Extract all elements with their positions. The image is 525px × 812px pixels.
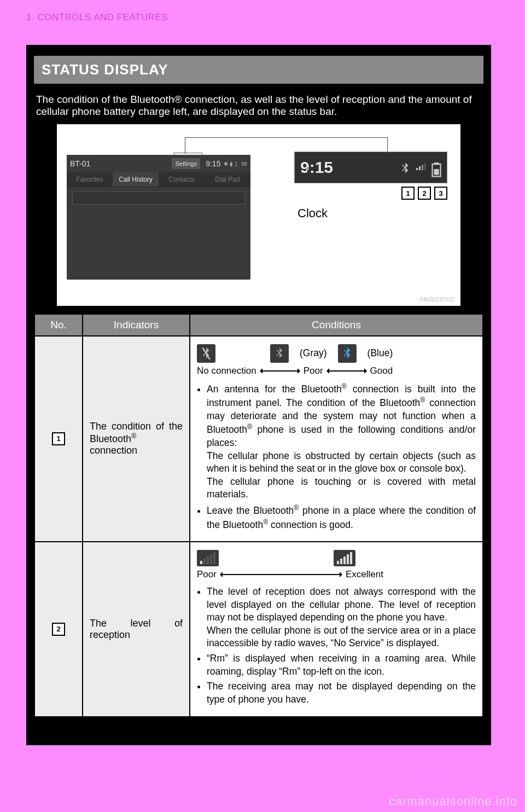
svg-rect-0 [416, 168, 418, 170]
clock-callout-label: Clock [298, 206, 447, 221]
arrow-line [328, 370, 366, 372]
device-name: BT-01 [70, 159, 172, 168]
watermark: carmanualsonline.info [389, 794, 517, 809]
scale-mid-1: Poor [304, 365, 323, 378]
table-row: 2 The level of reception [34, 542, 483, 717]
bt-gray-icon [270, 344, 289, 363]
col-header-no: No. [34, 314, 83, 336]
callout-1: 1 [401, 187, 415, 200]
tab-call-history[interactable]: Call History [113, 172, 159, 187]
connector-line [387, 137, 388, 153]
connector-line [307, 167, 308, 176]
callout-3: 3 [434, 187, 447, 200]
figure-code: FAV001STUS [420, 297, 454, 303]
list-item: An antenna for the Bluetooth® connection… [207, 382, 476, 501]
magnified-status-bar: 9:15 1 2 3 Clock [294, 152, 447, 221]
tab-contacts[interactable]: Contacts [159, 172, 205, 187]
clock-small: 9:15 [206, 159, 220, 168]
conditions-list-2: The level of reception does not always c… [197, 585, 476, 706]
connector-line [185, 137, 185, 154]
svg-rect-3 [424, 163, 426, 170]
section-title: STATUS DISPLAY [34, 56, 483, 84]
list-item: The receiving area may not be displayed … [207, 680, 476, 706]
svg-rect-2 [422, 165, 423, 170]
clock-large: 9:15 [300, 158, 395, 177]
connector-line [185, 137, 387, 138]
scale-right-1: Good [370, 365, 393, 378]
arrow-line [261, 370, 299, 372]
tab-favorites[interactable]: Favorites [67, 172, 113, 187]
device-screen: BT-01 Settings 9:15 ✱ ▮ ▯ ✉ Favorites Ca… [67, 155, 250, 280]
indicator-label-2: The level of reception [90, 618, 183, 640]
row-number-2: 2 [52, 623, 65, 636]
bt-blue-icon [338, 344, 357, 363]
bt-no-connection-icon [197, 344, 215, 363]
callout-2: 2 [418, 187, 431, 200]
bluetooth-icon [401, 163, 411, 172]
battery-icon [431, 163, 441, 172]
status-icons-small: ✱ ▮ ▯ [224, 161, 238, 167]
blue-label: (Blue) [368, 347, 393, 360]
svg-rect-1 [419, 166, 421, 170]
content-region: STATUS DISPLAY The condition of the Blue… [26, 45, 491, 745]
message-icon[interactable]: ✉ [241, 160, 247, 168]
signal-poor-icon [197, 550, 219, 566]
signal-excellent-icon [334, 550, 355, 566]
page-header: 1. CONTROLS AND FEATURES [26, 0, 525, 23]
scale-right-2: Excellent [346, 569, 383, 581]
indicator-label-1: The condition of the Bluetooth® connecti… [90, 421, 183, 456]
device-topbar: BT-01 Settings 9:15 ✱ ▮ ▯ ✉ [67, 155, 250, 172]
signal-icon [416, 163, 426, 172]
scale-left-1: No connection [197, 365, 256, 378]
settings-button[interactable]: Settings [172, 158, 200, 169]
tab-dial-pad[interactable]: Dial Pad [205, 172, 250, 187]
status-table: No. Indicators Conditions 1 The conditio… [34, 314, 483, 717]
arrow-line [221, 574, 341, 575]
conditions-list-1: An antenna for the Bluetooth® connection… [197, 382, 476, 531]
gray-label: (Gray) [300, 347, 327, 360]
list-item: “Rm” is displayed when receiving in a ro… [207, 652, 476, 678]
row-number-1: 1 [52, 432, 65, 445]
col-header-conditions: Conditions [190, 314, 483, 336]
intro-text: The condition of the Bluetooth® connecti… [36, 94, 481, 118]
col-header-indicators: Indicators [83, 314, 190, 336]
list-item[interactable] [72, 192, 245, 205]
list-item: The level of reception does not always c… [207, 585, 476, 650]
device-list [67, 187, 250, 209]
status-display-figure: BT-01 Settings 9:15 ✱ ▮ ▯ ✉ Favorites Ca… [57, 124, 460, 306]
scale-left-2: Poor [197, 569, 217, 581]
device-tabs: Favorites Call History Contacts Dial Pad [67, 172, 250, 187]
table-row: 1 The condition of the Bluetooth® connec… [34, 336, 483, 542]
svg-rect-6 [434, 169, 439, 175]
list-item: Leave the Bluetooth® phone in a place wh… [207, 503, 476, 531]
